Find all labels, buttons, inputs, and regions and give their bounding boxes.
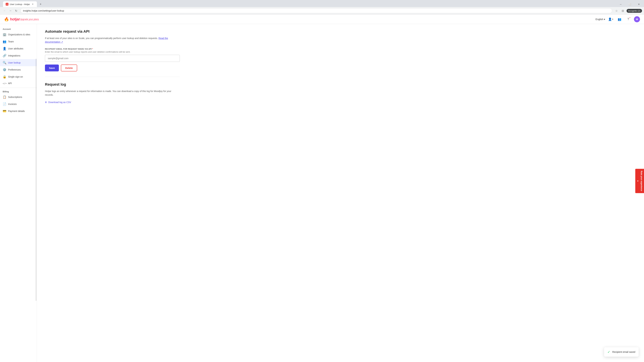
logo-text: hotjar [10,17,20,21]
payment-icon: 💳 [3,109,6,113]
account-section-label: Account [0,27,37,31]
sidebar-item-single-sign-on[interactable]: 🔒 Single sign-on [0,73,37,80]
nav-right: English ▾ 👤+ 👥 ? M [596,16,640,22]
new-sites-button[interactable]: 👤+ [608,16,614,22]
field-label-email: RECIPIENT EMAIL FOR REQUEST MADE VIA API… [45,48,180,50]
top-nav: 🔥 hotjar Upgrade your plans English ▾ 👤+… [0,14,644,24]
sidebar-item-user-lookup[interactable]: 🔍 User lookup [0,59,37,66]
user-attributes-icon: 👤 [3,47,6,50]
section-divider [45,77,180,77]
users-icon: 👥 [618,17,621,21]
reload-button[interactable]: ↻ [14,8,19,13]
sidebar-item-organizations-sites[interactable]: 🏢 Organizations & sites [0,31,37,38]
billing-section-label: Billing [0,89,37,93]
question-icon: ? [628,17,629,21]
organizations-icon: 🏢 [3,33,6,36]
sidebar: Account 🏢 Organizations & sites 👥 Team 👤… [0,24,37,362]
sidebar-label-payment-details: Payment details [8,110,25,112]
integrations-icon: 🔗 [3,54,6,57]
sidebar-toggle-button[interactable]: ⊟ [620,8,626,13]
sidebar-label-preferences: Preferences [8,68,21,71]
sidebar-scrollbar[interactable] [36,59,36,301]
tab-favicon: H [6,3,8,5]
main-content: Automate request via API If at least one… [37,24,644,362]
automate-section-title: Automate request via API [45,29,180,34]
active-tab[interactable]: H User Lookup - Hotjar ✕ [3,1,37,7]
automate-section-desc: If at least one of your sites is on Scal… [45,36,180,44]
users-button[interactable]: 👥 [616,16,622,22]
sidebar-label-user-lookup: User lookup [8,61,21,64]
back-button[interactable]: ← [2,8,8,13]
required-marker: * [92,48,93,50]
sidebar-label-user-attributes: User attributes [8,47,23,50]
url-text: insights.hotjar.com/settings/user-lookup [23,9,64,12]
restore-button[interactable]: ⬜ [626,1,634,7]
chevron-down-icon: ▾ [604,18,605,21]
sidebar-label-organizations-sites: Organizations & sites [8,33,30,36]
heart-icon: ♥ [636,180,639,182]
new-tab-button[interactable]: + [38,2,43,6]
sidebar-item-team[interactable]: 👥 Team [0,38,37,45]
logo-area: 🔥 hotjar [4,17,20,22]
sidebar-label-invoices: Invoices [8,103,16,105]
sidebar-label-team: Team [8,40,14,43]
url-bar[interactable]: insights.hotjar.com/settings/user-lookup [20,8,612,13]
sidebar-label-integrations: Integrations [8,54,20,57]
sidebar-divider [0,88,37,88]
sidebar-item-user-attributes[interactable]: 👤 User attributes [0,45,37,52]
minimize-button[interactable]: ─ [617,1,624,7]
app-layout: Account 🏢 Organizations & sites 👥 Team 👤… [0,24,644,362]
notification-dot [629,17,630,18]
bookmark-button[interactable]: ☆ [614,8,619,13]
close-button[interactable]: ✕ [635,1,643,7]
sidebar-label-subscriptions: Subscriptions [8,96,22,98]
toast-notification: ✓ Recipient email saved [604,347,639,357]
window-controls: ─ ⬜ ✕ [617,1,643,7]
api-icon: </> [3,82,6,85]
upgrade-link[interactable]: Upgrade your plans [20,18,39,21]
content-inner: Automate request via API If at least one… [37,24,188,109]
delete-button[interactable]: Delete [61,64,77,71]
forward-button[interactable]: → [8,8,13,13]
action-buttons: Save Delete [45,64,180,71]
download-icon: ⬇ [45,101,47,104]
avatar-initial: M [636,18,638,21]
request-log-desc: Hotjar logs an entry whenever a request … [45,89,180,97]
sidebar-item-payment-details[interactable]: 💳 Payment details [0,108,37,115]
rate-experience-widget[interactable]: Rate your experience ♥ [635,169,644,193]
incognito-button[interactable]: Incognito (2) [626,9,642,13]
nav-controls: ← → ↻ [2,8,19,13]
download-label: Download log as CSV [48,101,71,104]
toast-success-icon: ✓ [608,350,610,354]
address-bar: ← → ↻ insights.hotjar.com/settings/user-… [0,7,644,14]
tab-bar: H User Lookup - Hotjar ✕ + ─ ⬜ ✕ [0,0,644,7]
save-button[interactable]: Save [45,64,59,71]
sidebar-item-api[interactable]: </> API [0,80,37,86]
sso-icon: 🔒 [3,75,6,79]
request-log-title: Request log [45,82,180,87]
sidebar-item-subscriptions[interactable]: 📋 Subscriptions [0,93,37,100]
email-input[interactable] [45,55,180,62]
user-lookup-icon: 🔍 [3,61,6,64]
download-csv-link[interactable]: ⬇ Download log as CSV [45,101,71,104]
language-selector[interactable]: English ▾ [596,18,605,21]
rate-widget-label: Rate your experience [640,171,643,191]
subscriptions-icon: 📋 [3,95,6,99]
sidebar-label-api: API [8,82,12,85]
sidebar-item-integrations[interactable]: 🔗 Integrations [0,52,37,59]
avatar[interactable]: M [634,16,640,22]
sidebar-label-single-sign-on: Single sign-on [8,75,23,78]
help-button[interactable]: ? [625,16,631,22]
flame-icon: 🔥 [4,17,9,22]
browser-actions: ☆ ⊟ Incognito (2) [614,8,642,13]
toast-message: Recipient email saved [612,351,635,353]
sidebar-item-invoices[interactable]: 📄 Invoices [0,100,37,108]
tab-close-button[interactable]: ✕ [31,3,34,6]
team-icon: 👥 [3,40,6,43]
person-add-icon: 👤+ [608,17,614,21]
language-label: English [596,18,603,21]
field-hint: Enter the email to which user lookup rep… [45,51,180,53]
sidebar-item-preferences[interactable]: ⚙️ Preferences [0,66,37,73]
preferences-icon: ⚙️ [3,68,6,71]
invoices-icon: 📄 [3,102,6,106]
